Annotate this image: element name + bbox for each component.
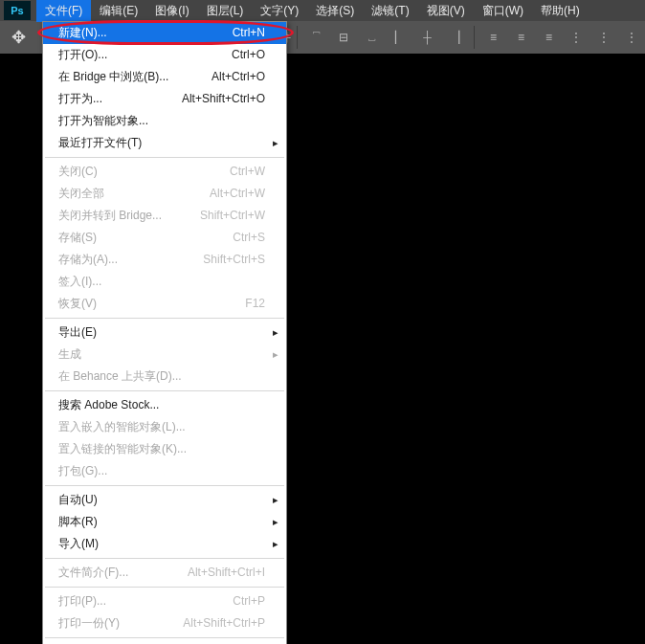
align-left-icon[interactable]: ▏ [387,24,412,51]
menu-item-label: 打开为智能对象... [58,113,148,129]
separator [474,26,475,49]
align-hcenter-icon[interactable]: ┼ [414,24,440,51]
menu-item: 关闭(C)Ctrl+W [43,161,286,183]
menu-1[interactable]: 编辑(E) [91,0,146,22]
menu-item[interactable]: 导出(E) [43,322,286,344]
menu-separator [45,485,284,486]
menu-item[interactable]: 导入(M) [43,533,286,555]
menu-item-label: 脚本(R) [58,514,98,530]
menu-item: 关闭全部Alt+Ctrl+W [43,183,286,205]
menu-item-label: 生成 [58,346,81,363]
menu-item-label: 打印一份(Y) [58,615,120,632]
menu-item: 关闭并转到 Bridge...Shift+Ctrl+W [43,205,286,227]
menu-item-shortcut: Alt+Shift+Ctrl+P [183,615,265,632]
distribute-vcenter-icon[interactable]: ≡ [508,24,534,51]
menu-item: 存储(S)Ctrl+S [43,227,286,249]
menu-item-shortcut: F12 [245,296,265,312]
menu-6[interactable]: 滤镜(T) [363,0,417,22]
menu-item-label: 恢复(V) [58,296,97,312]
menu-item: 打印一份(Y)Alt+Shift+Ctrl+P [43,612,286,634]
menu-item-label: 新建(N)... [58,25,107,41]
menu-item: 存储为(A)...Shift+Ctrl+S [43,249,286,271]
menu-item-label: 置入链接的智能对象(K)... [58,441,187,457]
menu-5[interactable]: 选择(S) [307,0,363,22]
menu-item[interactable]: 在 Bridge 中浏览(B)...Alt+Ctrl+O [43,66,286,88]
menu-item-shortcut: Alt+Ctrl+O [211,69,265,85]
menu-item-shortcut: Ctrl+P [233,593,265,610]
menu-item-label: 签入(I)... [58,274,101,290]
menu-0[interactable]: 文件(F) [36,0,91,22]
separator [297,26,298,49]
menu-item[interactable]: 搜索 Adobe Stock... [43,394,286,416]
menu-item-label: 打开(O)... [58,47,107,63]
menubar: Ps 文件(F)编辑(E)图像(I)图层(L)文字(Y)选择(S)滤镜(T)视图… [0,0,645,21]
menu-item-label: 自动(U) [58,492,98,508]
menu-item-shortcut: Shift+Ctrl+S [203,252,265,268]
app-logo: Ps [4,1,31,20]
distribute-hcenter-icon[interactable]: ⋮ [591,24,617,51]
menu-item-label: 导入(M) [58,536,99,552]
menu-item-label: 搜索 Adobe Stock... [58,397,159,413]
menu-8[interactable]: 窗口(W) [474,0,532,22]
menu-7[interactable]: 视图(V) [418,0,474,22]
menu-item: 在 Behance 上共享(D)... [43,366,286,388]
menu-item: 签入(I)... [43,271,286,293]
menu-item-label: 关闭(C) [58,164,98,180]
menu-4[interactable]: 文字(Y) [252,0,307,22]
menu-item-shortcut: Ctrl+S [233,230,265,246]
menu-item-label: 最近打开文件(T) [58,135,142,151]
menu-item-label: 文件简介(F)... [58,565,128,581]
menu-item: 置入嵌入的智能对象(L)... [43,416,286,438]
menu-item-label: 在 Behance 上共享(D)... [58,368,182,385]
menu-item-label: 打包(G)... [58,463,107,479]
menu-item-label: 关闭全部 [58,186,104,202]
menu-item-shortcut: Alt+Shift+Ctrl+I [188,565,265,581]
menu-item-label: 打印(P)... [58,593,106,610]
align-vcenter-icon[interactable]: ⊟ [331,24,357,51]
move-tool-icon[interactable]: ✥ [6,24,32,51]
distribute-right-icon[interactable]: ⋮ [619,24,645,51]
menu-item-label: 存储为(A)... [58,252,118,268]
menu-item[interactable]: 打开(O)...Ctrl+O [43,44,286,66]
menu-item-shortcut: Alt+Shift+Ctrl+O [182,91,265,107]
distribute-bottom-icon[interactable]: ≡ [536,24,562,51]
menu-item-label: 在 Bridge 中浏览(B)... [58,69,168,85]
menu-item-label: 打开为... [58,91,102,107]
menu-2[interactable]: 图像(I) [146,0,197,22]
file-menu-dropdown: 新建(N)...Ctrl+N打开(O)...Ctrl+O在 Bridge 中浏览… [42,21,287,644]
menu-item: 文件简介(F)...Alt+Shift+Ctrl+I [43,562,286,584]
menu-item-label: 关闭并转到 Bridge... [58,208,162,224]
menu-item-shortcut: Alt+Ctrl+W [210,186,265,202]
menu-item[interactable]: 新建(N)...Ctrl+N [43,22,286,44]
menu-separator [45,157,284,158]
menu-item[interactable]: 打开为智能对象... [43,110,286,132]
menu-separator [45,558,284,559]
menu-item-label: 置入嵌入的智能对象(L)... [58,419,186,435]
menu-item[interactable]: 最近打开文件(T) [43,132,286,154]
menu-separator [45,587,284,588]
menu-item: 打印(P)...Ctrl+P [43,590,286,612]
menu-9[interactable]: 帮助(H) [532,0,589,22]
menu-separator [45,637,284,638]
menu-3[interactable]: 图层(L) [198,0,253,22]
menu-item: 置入链接的智能对象(K)... [43,438,286,460]
menu-item[interactable]: 自动(U) [43,489,286,511]
distribute-left-icon[interactable]: ⋮ [564,24,589,51]
distribute-top-icon[interactable]: ≡ [480,24,506,51]
app-logo-text: Ps [11,5,23,16]
menu-item: 生成 [43,344,286,366]
menu-item[interactable]: 打开为...Alt+Shift+Ctrl+O [43,88,286,110]
menu-item-shortcut: Ctrl+N [233,25,265,41]
menu-separator [45,390,284,391]
menu-item: 恢复(V)F12 [43,293,286,315]
align-right-icon[interactable]: ▕ [442,24,468,51]
menu-item-label: 存储(S) [58,230,97,246]
align-top-icon[interactable]: ⎴ [303,24,329,51]
menu-item-shortcut: Shift+Ctrl+W [200,208,265,224]
menu-item: 打包(G)... [43,460,286,482]
menu-item-shortcut: Ctrl+O [232,47,265,63]
align-bottom-icon[interactable]: ⎵ [359,24,385,51]
menu-item[interactable]: 脚本(R) [43,511,286,533]
menu-item-label: 导出(E) [58,324,97,341]
menu-item-shortcut: Ctrl+W [230,164,265,180]
